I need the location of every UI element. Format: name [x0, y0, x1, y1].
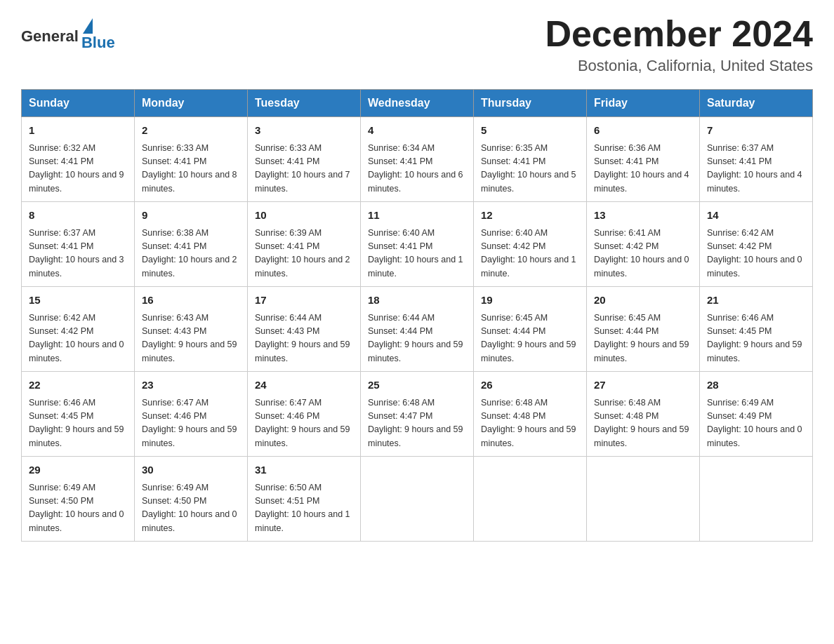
column-header-thursday: Thursday: [474, 90, 587, 117]
day-cell-17: 17Sunrise: 6:44 AMSunset: 4:43 PMDayligh…: [248, 287, 361, 372]
day-cell-18: 18Sunrise: 6:44 AMSunset: 4:44 PMDayligh…: [361, 287, 474, 372]
day-cell-10: 10Sunrise: 6:39 AMSunset: 4:41 PMDayligh…: [248, 202, 361, 287]
day-cell-1: 1Sunrise: 6:32 AMSunset: 4:41 PMDaylight…: [22, 117, 135, 202]
day-number: 31: [255, 462, 353, 478]
day-number: 7: [707, 123, 805, 139]
day-number: 1: [29, 123, 127, 139]
day-number: 10: [255, 208, 353, 224]
day-info: Sunrise: 6:39 AMSunset: 4:41 PMDaylight:…: [255, 227, 353, 281]
day-number: 26: [481, 377, 579, 394]
calendar-header-row: SundayMondayTuesdayWednesdayThursdayFrid…: [22, 90, 813, 117]
day-info: Sunrise: 6:33 AMSunset: 4:41 PMDaylight:…: [255, 142, 353, 196]
day-info: Sunrise: 6:38 AMSunset: 4:41 PMDaylight:…: [142, 227, 240, 281]
day-cell-12: 12Sunrise: 6:40 AMSunset: 4:42 PMDayligh…: [474, 202, 587, 287]
week-row-2: 8Sunrise: 6:37 AMSunset: 4:41 PMDaylight…: [22, 202, 813, 287]
week-row-4: 22Sunrise: 6:46 AMSunset: 4:45 PMDayligh…: [22, 372, 813, 457]
day-info: Sunrise: 6:45 AMSunset: 4:44 PMDaylight:…: [481, 311, 579, 366]
day-number: 20: [594, 293, 692, 309]
day-number: 9: [142, 208, 240, 224]
day-info: Sunrise: 6:37 AMSunset: 4:41 PMDaylight:…: [707, 142, 805, 196]
day-cell-14: 14Sunrise: 6:42 AMSunset: 4:42 PMDayligh…: [700, 202, 813, 287]
day-cell-26: 26Sunrise: 6:48 AMSunset: 4:48 PMDayligh…: [474, 372, 587, 457]
empty-cell: [587, 457, 700, 542]
week-row-3: 15Sunrise: 6:42 AMSunset: 4:42 PMDayligh…: [22, 287, 813, 372]
week-row-5: 29Sunrise: 6:49 AMSunset: 4:50 PMDayligh…: [22, 457, 813, 542]
empty-cell: [474, 457, 587, 542]
day-number: 27: [594, 377, 692, 394]
logo-general: General: [21, 27, 79, 46]
day-info: Sunrise: 6:48 AMSunset: 4:48 PMDaylight:…: [594, 396, 692, 451]
day-info: Sunrise: 6:47 AMSunset: 4:46 PMDaylight:…: [142, 396, 240, 451]
day-number: 14: [707, 208, 805, 224]
day-number: 8: [29, 208, 127, 224]
day-cell-21: 21Sunrise: 6:46 AMSunset: 4:45 PMDayligh…: [700, 287, 813, 372]
day-number: 29: [29, 462, 127, 478]
day-cell-23: 23Sunrise: 6:47 AMSunset: 4:46 PMDayligh…: [135, 372, 248, 457]
day-number: 5: [481, 123, 579, 139]
day-cell-9: 9Sunrise: 6:38 AMSunset: 4:41 PMDaylight…: [135, 202, 248, 287]
day-number: 30: [142, 462, 240, 478]
day-cell-4: 4Sunrise: 6:34 AMSunset: 4:41 PMDaylight…: [361, 117, 474, 202]
empty-cell: [700, 457, 813, 542]
day-cell-22: 22Sunrise: 6:46 AMSunset: 4:45 PMDayligh…: [22, 372, 135, 457]
day-info: Sunrise: 6:33 AMSunset: 4:41 PMDaylight:…: [142, 142, 240, 196]
day-info: Sunrise: 6:43 AMSunset: 4:43 PMDaylight:…: [142, 311, 240, 366]
day-cell-29: 29Sunrise: 6:49 AMSunset: 4:50 PMDayligh…: [22, 457, 135, 542]
day-info: Sunrise: 6:41 AMSunset: 4:42 PMDaylight:…: [594, 227, 692, 281]
day-info: Sunrise: 6:32 AMSunset: 4:41 PMDaylight:…: [29, 142, 127, 196]
day-info: Sunrise: 6:49 AMSunset: 4:50 PMDaylight:…: [29, 481, 127, 536]
day-number: 6: [594, 123, 692, 139]
day-info: Sunrise: 6:37 AMSunset: 4:41 PMDaylight:…: [29, 227, 127, 281]
day-info: Sunrise: 6:45 AMSunset: 4:44 PMDaylight:…: [594, 311, 692, 366]
calendar-table: SundayMondayTuesdayWednesdayThursdayFrid…: [21, 89, 813, 542]
day-cell-7: 7Sunrise: 6:37 AMSunset: 4:41 PMDaylight…: [700, 117, 813, 202]
day-number: 21: [707, 293, 805, 309]
day-cell-19: 19Sunrise: 6:45 AMSunset: 4:44 PMDayligh…: [474, 287, 587, 372]
day-cell-6: 6Sunrise: 6:36 AMSunset: 4:41 PMDaylight…: [587, 117, 700, 202]
day-info: Sunrise: 6:42 AMSunset: 4:42 PMDaylight:…: [707, 227, 805, 281]
day-info: Sunrise: 6:49 AMSunset: 4:49 PMDaylight:…: [707, 396, 805, 451]
column-header-wednesday: Wednesday: [361, 90, 474, 117]
day-info: Sunrise: 6:48 AMSunset: 4:47 PMDaylight:…: [368, 396, 466, 451]
day-info: Sunrise: 6:42 AMSunset: 4:42 PMDaylight:…: [29, 311, 127, 366]
column-header-saturday: Saturday: [700, 90, 813, 117]
day-number: 28: [707, 377, 805, 394]
day-info: Sunrise: 6:40 AMSunset: 4:41 PMDaylight:…: [368, 227, 466, 281]
day-cell-11: 11Sunrise: 6:40 AMSunset: 4:41 PMDayligh…: [361, 202, 474, 287]
header: General Blue December 2024 Bostonia, Cal…: [21, 14, 813, 75]
calendar-title: December 2024: [545, 14, 813, 54]
day-number: 4: [368, 123, 466, 139]
title-section: December 2024 Bostonia, California, Unit…: [545, 14, 813, 75]
day-cell-13: 13Sunrise: 6:41 AMSunset: 4:42 PMDayligh…: [587, 202, 700, 287]
day-cell-2: 2Sunrise: 6:33 AMSunset: 4:41 PMDaylight…: [135, 117, 248, 202]
logo-triangle-icon: [83, 18, 93, 34]
day-cell-3: 3Sunrise: 6:33 AMSunset: 4:41 PMDaylight…: [248, 117, 361, 202]
day-number: 11: [368, 208, 466, 224]
day-cell-30: 30Sunrise: 6:49 AMSunset: 4:50 PMDayligh…: [135, 457, 248, 542]
day-cell-31: 31Sunrise: 6:50 AMSunset: 4:51 PMDayligh…: [248, 457, 361, 542]
column-header-friday: Friday: [587, 90, 700, 117]
day-number: 17: [255, 293, 353, 309]
day-number: 24: [255, 377, 353, 394]
day-number: 25: [368, 377, 466, 394]
day-number: 18: [368, 293, 466, 309]
day-cell-8: 8Sunrise: 6:37 AMSunset: 4:41 PMDaylight…: [22, 202, 135, 287]
day-number: 22: [29, 377, 127, 394]
day-cell-5: 5Sunrise: 6:35 AMSunset: 4:41 PMDaylight…: [474, 117, 587, 202]
day-cell-28: 28Sunrise: 6:49 AMSunset: 4:49 PMDayligh…: [700, 372, 813, 457]
column-header-monday: Monday: [135, 90, 248, 117]
day-cell-24: 24Sunrise: 6:47 AMSunset: 4:46 PMDayligh…: [248, 372, 361, 457]
day-number: 2: [142, 123, 240, 139]
day-info: Sunrise: 6:49 AMSunset: 4:50 PMDaylight:…: [142, 481, 240, 536]
day-info: Sunrise: 6:34 AMSunset: 4:41 PMDaylight:…: [368, 142, 466, 196]
day-info: Sunrise: 6:48 AMSunset: 4:48 PMDaylight:…: [481, 396, 579, 451]
day-info: Sunrise: 6:36 AMSunset: 4:41 PMDaylight:…: [594, 142, 692, 196]
logo-blue: Blue: [81, 34, 115, 52]
empty-cell: [361, 457, 474, 542]
calendar-subtitle: Bostonia, California, United States: [545, 57, 813, 75]
day-number: 13: [594, 208, 692, 224]
column-header-sunday: Sunday: [22, 90, 135, 117]
day-number: 12: [481, 208, 579, 224]
day-info: Sunrise: 6:40 AMSunset: 4:42 PMDaylight:…: [481, 227, 579, 281]
day-info: Sunrise: 6:44 AMSunset: 4:43 PMDaylight:…: [255, 311, 353, 366]
